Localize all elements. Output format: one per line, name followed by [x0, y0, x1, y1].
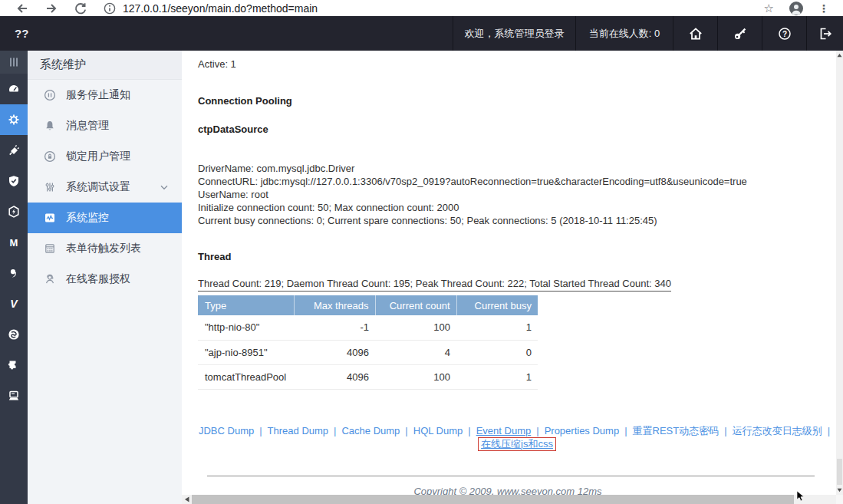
- scroll-down-icon[interactable]: [837, 487, 842, 492]
- scroll-up-icon[interactable]: [837, 53, 842, 58]
- col-current-count: Current count: [375, 295, 456, 315]
- strip-item-plugin[interactable]: [0, 135, 28, 166]
- link-event-dump[interactable]: Event Dump: [476, 425, 532, 436]
- scrollbar-corner: [836, 495, 843, 504]
- vertical-scroll-thumb[interactable]: [837, 459, 842, 485]
- link-hql-dump[interactable]: HQL Dump: [413, 425, 463, 436]
- horizontal-scrollbar[interactable]: [182, 495, 836, 504]
- driver-name: DriverName: com.mysql.jdbc.Driver: [198, 162, 818, 175]
- chevron-down-icon: [160, 185, 168, 190]
- online-count: 当前在线人数: 0: [575, 16, 673, 51]
- reload-icon[interactable]: [74, 2, 87, 15]
- pause-circle-icon: [44, 89, 56, 101]
- logout-icon: [818, 26, 833, 41]
- thread-summary-text: Thread Count: 219; Daemon Thread Count: …: [198, 278, 671, 292]
- letter-m-icon: M: [10, 237, 18, 249]
- thread-title: Thread: [198, 251, 818, 262]
- app-logo: ??: [0, 16, 153, 51]
- datasource-title: ctpDataSource: [198, 124, 818, 135]
- table-row: "ajp-nio-8951" 4096 4 0: [198, 340, 538, 364]
- menu-item-label: 锁定用户管理: [66, 150, 130, 163]
- vertical-scrollbar[interactable]: [836, 51, 843, 495]
- table-row: tomcatThreadPool 4096 100 1: [198, 364, 538, 389]
- system-monitor-page: Active: 1 Connection Pooling ctpDataSour…: [182, 51, 836, 495]
- dump-links: JDBC Dump|Thread Dump|Cache Dump|HQL Dum…: [198, 424, 836, 450]
- menu-item-label: 系统调试设置: [66, 180, 130, 194]
- browser-menu-icon[interactable]: ⋮: [818, 2, 829, 15]
- table-row: "http-nio-80" -1 100 1: [198, 315, 538, 340]
- user-name: UserName: root: [198, 188, 818, 201]
- strip-item-menu[interactable]: [0, 51, 28, 74]
- laptop-icon: [8, 390, 20, 402]
- profile-avatar[interactable]: [789, 2, 803, 15]
- col-type: Type: [198, 295, 294, 315]
- info-icon[interactable]: [103, 2, 117, 15]
- link-online-compress-js-css[interactable]: 在线压缩js和css: [478, 437, 556, 451]
- connection-status: Current busy connections: 0; Current spa…: [198, 214, 818, 227]
- menu-item-service-stop-notice[interactable]: 服务停止通知: [28, 80, 182, 110]
- link-thread-dump[interactable]: Thread Dump: [268, 425, 328, 436]
- link-properties-dump[interactable]: Properties Dump: [545, 425, 620, 436]
- monitor-chart-icon: [44, 212, 56, 224]
- strip-item-globe[interactable]: [0, 319, 28, 350]
- plug-icon: [8, 144, 20, 156]
- strip-item-comma[interactable]: [0, 258, 28, 288]
- menu-item-form-trigger-list[interactable]: 表单待触发列表: [28, 233, 182, 264]
- table-header-row: Type Max threads Current count Current b…: [198, 295, 538, 315]
- home-button[interactable]: [673, 16, 717, 51]
- link-jdbc-dump[interactable]: JDBC Dump: [199, 425, 254, 436]
- menu-item-online-support-auth[interactable]: 在线客服授权: [28, 264, 182, 295]
- mouse-cursor: [796, 491, 805, 502]
- cell-type: "ajp-nio-8951": [198, 340, 294, 364]
- horizontal-scroll-thumb[interactable]: [192, 495, 794, 504]
- menu-item-debug-settings[interactable]: 系统调试设置: [28, 172, 182, 203]
- password-button[interactable]: [717, 16, 762, 51]
- menu-item-system-monitor[interactable]: 系统监控: [28, 203, 182, 233]
- scroll-left-icon[interactable]: [184, 496, 190, 502]
- cell-count: 4: [375, 340, 456, 364]
- help-button[interactable]: ?: [762, 16, 806, 51]
- link-separator: |: [468, 425, 470, 436]
- hexagon-bolt-icon: [8, 206, 20, 218]
- headset-person-icon: [44, 273, 56, 285]
- thread-table: Type Max threads Current count Current b…: [198, 295, 538, 390]
- link-separator: |: [724, 425, 726, 436]
- logout-button[interactable]: [806, 16, 843, 51]
- strip-item-security[interactable]: [0, 166, 28, 196]
- strip-item-m[interactable]: M: [0, 227, 28, 258]
- strip-item-terminal[interactable]: [0, 380, 28, 411]
- link-cache-dump[interactable]: Cache Dump: [341, 425, 400, 436]
- strip-item-v[interactable]: V: [0, 288, 28, 319]
- cell-count: 100: [375, 315, 456, 340]
- col-current-busy: Current busy: [456, 295, 538, 315]
- back-icon[interactable]: [15, 2, 29, 15]
- cell-busy: 1: [456, 315, 538, 340]
- menu-item-label: 表单待触发列表: [66, 242, 141, 255]
- form-grid-icon: [44, 242, 56, 255]
- strip-item-dashboard[interactable]: [0, 74, 28, 104]
- strip-item-performance[interactable]: [0, 196, 28, 227]
- bell-icon: [44, 120, 56, 132]
- menu-item-label: 系统监控: [66, 211, 109, 225]
- menu-item-label: 在线客服授权: [66, 272, 130, 286]
- menu-item-locked-users[interactable]: 锁定用户管理: [28, 141, 182, 172]
- key-icon: [733, 26, 748, 41]
- menu-item-message-management[interactable]: 消息管理: [28, 110, 182, 141]
- link-reset-rest-password[interactable]: 重置REST动态密码: [633, 425, 720, 436]
- forward-icon[interactable]: [44, 2, 58, 15]
- address-bar[interactable]: 127.0.0.1/seeyon/main.do?method=main: [123, 2, 756, 15]
- link-separator: |: [536, 425, 538, 436]
- shield-check-icon: [8, 175, 20, 187]
- content-area: Active: 1 Connection Pooling ctpDataSour…: [182, 51, 843, 504]
- strip-item-settings[interactable]: [0, 104, 28, 135]
- cell-type: tomcatThreadPool: [198, 364, 294, 389]
- copyright-text: Copyright © 2009, www.seeyon.com 12ms: [198, 486, 818, 496]
- sidebar-menu: 系统维护 服务停止通知 消息管理 锁定用户管理: [28, 51, 182, 504]
- welcome-text: 欢迎，系统管理员登录: [453, 16, 575, 51]
- menu-icon: [8, 56, 20, 68]
- datasource-details: DriverName: com.mysql.jdbc.Driver Connec…: [198, 162, 818, 227]
- bookmark-star-icon[interactable]: ☆: [764, 2, 774, 15]
- strip-item-extensions[interactable]: [0, 350, 28, 380]
- link-runtime-log-level[interactable]: 运行态改变日志级别: [733, 425, 822, 436]
- browser-chrome: 127.0.0.1/seeyon/main.do?method=main ☆ ⋮: [0, 0, 843, 16]
